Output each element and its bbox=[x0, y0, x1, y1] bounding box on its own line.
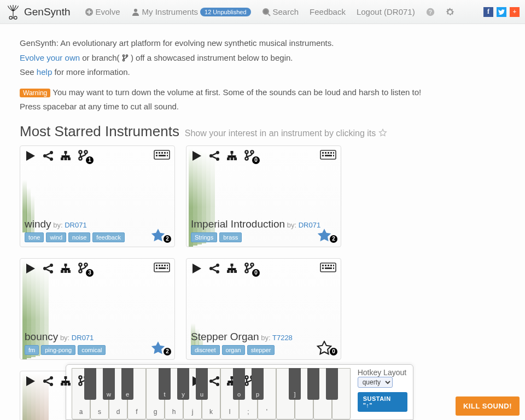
author-by: by: DR071 bbox=[285, 221, 320, 229]
intro-line2b: or branch( bbox=[80, 53, 122, 62]
black-key[interactable]: u bbox=[196, 368, 208, 400]
instrument-title[interactable]: bouncy bbox=[25, 331, 58, 342]
play-icon[interactable] bbox=[25, 150, 37, 162]
lineage-icon[interactable] bbox=[226, 150, 238, 162]
instrument-card[interactable]: 0Stepper Organ by: T7228discreetorganste… bbox=[186, 258, 341, 360]
kill-sound-button[interactable]: KILL SOUND! bbox=[456, 396, 520, 416]
black-key[interactable]: t bbox=[159, 368, 171, 400]
fork-button[interactable]: 0 bbox=[243, 149, 255, 163]
svg-point-4 bbox=[263, 9, 269, 14]
share-icon[interactable] bbox=[208, 150, 220, 162]
tag[interactable]: stepper bbox=[247, 345, 275, 355]
nav-logout[interactable]: Logout (DR071) bbox=[352, 4, 419, 20]
lineage-icon[interactable] bbox=[60, 375, 72, 387]
unpublished-badge[interactable]: 12 Unpublished bbox=[200, 8, 250, 16]
fork-count: 3 bbox=[86, 269, 94, 277]
instrument-title[interactable]: Imperial Introduction bbox=[191, 218, 285, 230]
share-icon[interactable] bbox=[42, 150, 54, 162]
fork-button[interactable]: 0 bbox=[243, 262, 255, 276]
evolve-your-own-link[interactable]: Evolve your own bbox=[20, 53, 80, 62]
hotkey-layout-select[interactable]: querty bbox=[358, 377, 393, 388]
play-icon[interactable] bbox=[191, 150, 203, 162]
instrument-card[interactable]: 1windy by: DR071tonewindnoisefeedback2 bbox=[20, 145, 175, 247]
nav-search[interactable]: Search bbox=[258, 4, 304, 20]
svg-point-9 bbox=[122, 59, 124, 61]
search-icon bbox=[262, 8, 271, 16]
black-key[interactable] bbox=[326, 368, 338, 400]
tag[interactable]: noise bbox=[68, 232, 90, 242]
instrument-card[interactable]: 0Imperial Introduction by: DR071Stringsb… bbox=[186, 145, 341, 247]
fork-count: 1 bbox=[86, 156, 94, 164]
fork-button[interactable]: 1 bbox=[77, 149, 89, 163]
section-subtitle-text: Show your interest in an instrument by c… bbox=[185, 129, 378, 138]
tag[interactable]: tone bbox=[25, 232, 44, 242]
black-key[interactable]: p bbox=[252, 368, 264, 400]
play-icon[interactable] bbox=[25, 375, 37, 387]
sustain-button[interactable]: SUSTAIN "↑" bbox=[358, 392, 407, 412]
nav-my-instruments-label: My Instruments bbox=[142, 7, 199, 16]
tag[interactable]: brass bbox=[219, 232, 242, 242]
black-key[interactable] bbox=[84, 368, 96, 400]
play-icon[interactable] bbox=[25, 262, 37, 275]
nav-my-instruments[interactable]: My Instruments 12 Unpublished bbox=[127, 4, 255, 20]
author-link[interactable]: DR071 bbox=[299, 221, 320, 229]
intro-line1: GenSynth: An evolutionary art platform f… bbox=[20, 38, 334, 48]
tag[interactable]: organ bbox=[222, 345, 245, 355]
author-link[interactable]: DR071 bbox=[72, 334, 94, 342]
share-icon[interactable] bbox=[42, 262, 54, 275]
svg-point-1 bbox=[14, 16, 17, 19]
nav-settings[interactable] bbox=[441, 4, 459, 20]
author-link[interactable]: DR071 bbox=[65, 221, 86, 229]
lineage-icon[interactable] bbox=[60, 150, 72, 162]
tag[interactable]: wind bbox=[46, 232, 66, 242]
black-key[interactable] bbox=[307, 368, 319, 400]
nav-help[interactable]: ? bbox=[422, 4, 439, 20]
facebook-icon[interactable]: f bbox=[483, 7, 493, 17]
keyboard-icon[interactable] bbox=[154, 262, 170, 273]
svg-point-7 bbox=[122, 55, 124, 56]
lineage-icon[interactable] bbox=[60, 262, 72, 275]
instrument-card[interactable]: 3bouncy by: DR071fmping-pongcomical2 bbox=[20, 258, 175, 360]
tag[interactable]: feedback bbox=[92, 232, 125, 242]
warning-badge: Warning bbox=[20, 89, 50, 97]
instrument-title[interactable]: windy bbox=[25, 218, 51, 230]
keyboard-icon[interactable] bbox=[320, 149, 336, 160]
nav-evolve[interactable]: Evolve bbox=[80, 4, 125, 20]
tag[interactable]: comical bbox=[78, 345, 106, 355]
svg-point-0 bbox=[9, 16, 12, 19]
lineage-icon[interactable] bbox=[226, 262, 238, 275]
keyboard-icon[interactable] bbox=[320, 262, 336, 273]
fork-count: 0 bbox=[252, 156, 260, 164]
black-key[interactable]: y bbox=[177, 368, 189, 400]
twitter-icon[interactable] bbox=[497, 7, 506, 17]
fork-count: 0 bbox=[252, 269, 260, 277]
nav-feedback-label: Feedback bbox=[310, 7, 346, 16]
tag[interactable]: discreet bbox=[191, 345, 220, 355]
share-icon[interactable] bbox=[208, 375, 220, 387]
help-link[interactable]: help bbox=[37, 67, 52, 77]
tag[interactable]: ping-pong bbox=[41, 345, 75, 355]
fork-button[interactable]: 3 bbox=[77, 262, 89, 276]
brand[interactable]: GenSynth bbox=[5, 4, 71, 20]
share-icon[interactable] bbox=[42, 375, 54, 387]
keyboard-icon[interactable] bbox=[154, 149, 170, 160]
black-key[interactable]: w bbox=[103, 368, 115, 400]
tag[interactable]: Strings bbox=[191, 232, 217, 242]
nav-logout-label: Logout (DR071) bbox=[357, 7, 415, 16]
tag[interactable]: fm bbox=[25, 345, 39, 355]
black-key[interactable]: e bbox=[121, 368, 133, 400]
author-by: by: T7228 bbox=[259, 334, 293, 342]
nav-feedback[interactable]: Feedback bbox=[305, 4, 350, 20]
plus-circle-icon bbox=[85, 8, 94, 16]
gear-icon bbox=[446, 8, 454, 16]
author-by: by: DR071 bbox=[51, 221, 87, 229]
intro-line2c: ) off a showcased instrument below to be… bbox=[129, 53, 293, 62]
black-key[interactable]: o bbox=[233, 368, 245, 400]
tree-logo-icon bbox=[5, 4, 21, 20]
instrument-title[interactable]: Stepper Organ bbox=[191, 331, 259, 342]
play-icon[interactable] bbox=[191, 262, 203, 275]
black-key[interactable]: ] bbox=[289, 368, 301, 400]
share-icon[interactable] bbox=[208, 262, 220, 275]
author-link[interactable]: T7228 bbox=[272, 334, 293, 342]
addthis-icon[interactable]: + bbox=[510, 7, 520, 17]
